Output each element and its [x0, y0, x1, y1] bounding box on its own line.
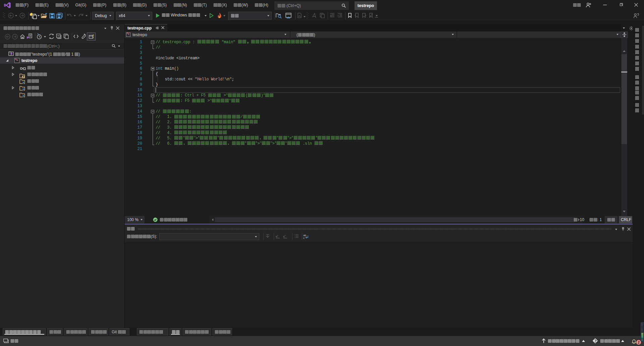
svg-text:c: c: [303, 236, 305, 239]
